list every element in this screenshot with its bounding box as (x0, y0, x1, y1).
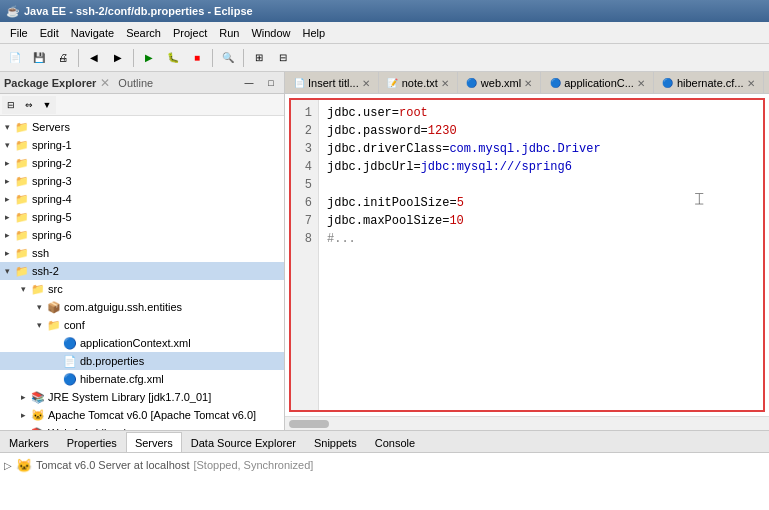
tree-expand-arrow[interactable]: ▾ (0, 122, 14, 132)
menu-window[interactable]: Window (245, 25, 296, 41)
tree-expand-arrow[interactable]: ▾ (0, 266, 14, 276)
main-layout: Package Explorer ✕ Outline — □ ⊟ ⇔ ▼ ▾📁S… (0, 72, 769, 430)
bottom-tab[interactable]: Servers (126, 432, 182, 452)
tree-item[interactable]: ▾📁conf (0, 316, 284, 334)
menu-navigate[interactable]: Navigate (65, 25, 120, 41)
editor-tab[interactable]: 📝note.txt✕ (379, 72, 458, 94)
tree-item-icon: 📚 (30, 389, 46, 405)
code-line[interactable]: jdbc.driverClass=com.mysql.jdbc.Driver (327, 140, 755, 158)
tree-expand-arrow[interactable]: ▾ (32, 302, 46, 312)
tree-expand-arrow[interactable]: ▸ (16, 392, 30, 402)
tree-item[interactable]: 🔵hibernate.cfg.xml (0, 370, 284, 388)
tree-item[interactable]: ▸📁spring-3 (0, 172, 284, 190)
toolbar-perspective[interactable]: ⊞ (248, 47, 270, 69)
tree-item-label: spring-4 (32, 193, 72, 205)
server-status: [Stopped, Synchronized] (193, 459, 313, 471)
bottom-tab[interactable]: Markers (0, 432, 58, 452)
menu-search[interactable]: Search (120, 25, 167, 41)
outline-tab[interactable]: Outline (114, 77, 157, 89)
tree-item[interactable]: ▸📁spring-6 (0, 226, 284, 244)
toolbar-sep-1 (78, 49, 79, 67)
toolbar-stop[interactable]: ■ (186, 47, 208, 69)
tree-expand-arrow[interactable]: ▸ (0, 248, 14, 258)
package-explorer-tab[interactable]: Package Explorer (4, 77, 96, 89)
code-line[interactable]: jdbc.jdbcUrl=jdbc:mysql:///spring6 (327, 158, 755, 176)
toolbar-sep-3 (212, 49, 213, 67)
tree-expand-arrow[interactable]: ▾ (16, 284, 30, 294)
menu-project[interactable]: Project (167, 25, 213, 41)
tab-close-button[interactable]: ✕ (637, 78, 645, 89)
toolbar-debug[interactable]: 🐛 (162, 47, 184, 69)
editor-tab[interactable]: 🔵web.xml✕ (458, 72, 541, 94)
bottom-tab[interactable]: Snippets (305, 432, 366, 452)
line-number: 8 (295, 230, 312, 248)
tree-item[interactable]: ▾📁Servers (0, 118, 284, 136)
panel-minimize[interactable]: — (240, 74, 258, 92)
tree-expand-arrow[interactable]: ▸ (0, 158, 14, 168)
tree-item[interactable]: ▾📁ssh-2 (0, 262, 284, 280)
code-line[interactable]: jdbc.initPoolSize=5 (327, 194, 755, 212)
tree-item[interactable]: ▸📁spring-2 (0, 154, 284, 172)
tree-item[interactable]: 🔵applicationContext.xml (0, 334, 284, 352)
code-line[interactable]: jdbc.maxPoolSize=10 (327, 212, 755, 230)
view-menu[interactable]: ▼ (38, 96, 56, 114)
code-line[interactable]: jdbc.password=1230 (327, 122, 755, 140)
tree-item-label: db.properties (80, 355, 144, 367)
menu-help[interactable]: Help (297, 25, 332, 41)
menu-run[interactable]: Run (213, 25, 245, 41)
editor-area[interactable]: 12345678 jdbc.user=rootjdbc.password=123… (291, 100, 763, 410)
horizontal-scrollbar[interactable] (285, 416, 769, 430)
toolbar-views[interactable]: ⊟ (272, 47, 294, 69)
code-line[interactable] (327, 176, 755, 194)
tree-item[interactable]: ▸📁ssh (0, 244, 284, 262)
tab-close-button[interactable]: ✕ (524, 78, 532, 89)
tree-item[interactable]: ▾📦com.atguigu.ssh.entities (0, 298, 284, 316)
tree-item[interactable]: ▸🐱Apache Tomcat v6.0 [Apache Tomcat v6.0… (0, 406, 284, 424)
toolbar-print[interactable]: 🖨 (52, 47, 74, 69)
tree-expand-arrow[interactable]: ▸ (16, 410, 30, 420)
tree-expand-arrow[interactable]: ▸ (0, 230, 14, 240)
bottom-tab[interactable]: Data Source Explorer (182, 432, 305, 452)
editor-tab[interactable]: 🔵hibernate.cf...✕ (654, 72, 764, 94)
server-expand-arrow[interactable]: ▷ (4, 460, 12, 471)
tab-close-button[interactable]: ✕ (441, 78, 449, 89)
toolbar-forward[interactable]: ▶ (107, 47, 129, 69)
tree-expand-arrow[interactable]: ▸ (0, 176, 14, 186)
toolbar-run[interactable]: ▶ (138, 47, 160, 69)
tree-item[interactable]: ▾📁src (0, 280, 284, 298)
editor-tab[interactable]: 🔵applicationC...✕ (541, 72, 654, 94)
tab-close-button[interactable]: ✕ (747, 78, 755, 89)
line-number: 6 (295, 194, 312, 212)
bottom-tab[interactable]: Console (366, 432, 424, 452)
bottom-tab[interactable]: Properties (58, 432, 126, 452)
tree-item[interactable]: ▸📁spring-4 (0, 190, 284, 208)
tree-item[interactable]: 📄db.properties (0, 352, 284, 370)
tree-item[interactable]: ▸📚JRE System Library [jdk1.7.0_01] (0, 388, 284, 406)
tree-item[interactable]: ▸📁spring-5 (0, 208, 284, 226)
tree-expand-arrow[interactable]: ▸ (0, 194, 14, 204)
tree-expand-arrow[interactable]: ▸ (0, 212, 14, 222)
menu-edit[interactable]: Edit (34, 25, 65, 41)
toolbar-search[interactable]: 🔍 (217, 47, 239, 69)
tree-expand-arrow[interactable]: ▾ (32, 320, 46, 330)
tree-item[interactable]: ▾📁spring-1 (0, 136, 284, 154)
editor-tab[interactable]: 📄Insert titl...✕ (285, 72, 379, 94)
panel-maximize[interactable]: □ (262, 74, 280, 92)
toolbar-back[interactable]: ◀ (83, 47, 105, 69)
toolbar-new[interactable]: 📄 (4, 47, 26, 69)
tab-label: note.txt (402, 77, 438, 89)
toolbar-save[interactable]: 💾 (28, 47, 50, 69)
editor-tab[interactable]: 🗄MySQLS✕ (764, 72, 769, 94)
line-number: 5 (295, 176, 312, 194)
collapse-all[interactable]: ⊟ (2, 96, 20, 114)
code-line[interactable]: #... (327, 230, 755, 248)
tree-expand-arrow[interactable]: ▾ (0, 140, 14, 150)
server-icon: 🐱 (16, 458, 32, 473)
menu-file[interactable]: File (4, 25, 34, 41)
code-area[interactable]: jdbc.user=rootjdbc.password=1230jdbc.dri… (319, 100, 763, 410)
tab-close-button[interactable]: ✕ (362, 78, 370, 89)
code-line[interactable]: jdbc.user=root (327, 104, 755, 122)
tree-item[interactable]: ▸📚Web App Libraries (0, 424, 284, 430)
link-editor[interactable]: ⇔ (20, 96, 38, 114)
tree-expand-arrow[interactable]: ▸ (16, 428, 30, 430)
